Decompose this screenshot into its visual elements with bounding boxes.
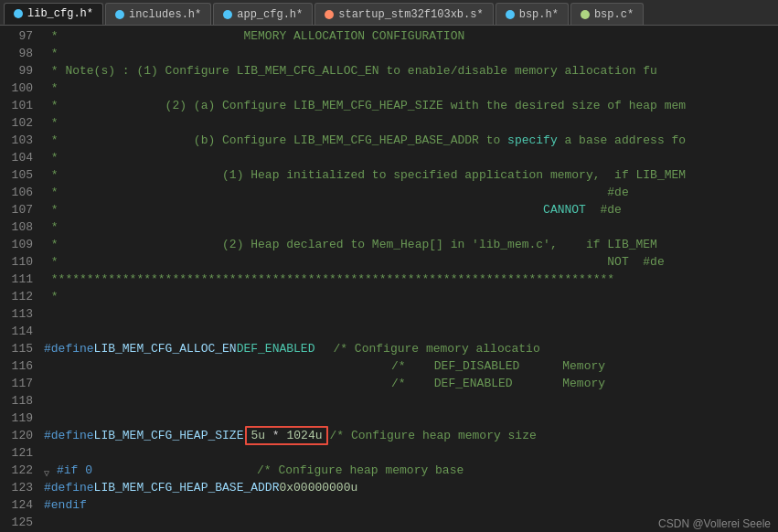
line-number-122: 122: [0, 462, 33, 479]
code-line-110: * NOT #de: [38, 253, 778, 271]
tab-bar: lib_cfg.h* includes.h* app_cfg.h* startu…: [0, 0, 778, 26]
tab-icon-lib-cfg: [14, 9, 23, 18]
line-number-119: 119: [0, 410, 33, 427]
tab-lib-cfg[interactable]: lib_cfg.h*: [4, 3, 103, 25]
code-line-113: [38, 305, 778, 323]
line-number-124: 124: [0, 496, 33, 514]
line-number-125: 125: [0, 514, 33, 531]
tab-icon-bsp-c: [581, 10, 590, 19]
line-number-103: 103: [0, 132, 33, 149]
tab-label-startup: startup_stm32f103xb.s*: [338, 8, 483, 21]
tab-label-app-cfg: app_cfg.h*: [237, 8, 303, 21]
tab-label-bsp-c: bsp.c*: [594, 8, 634, 21]
code-line-108: *: [38, 218, 778, 236]
code-line-115: #define LIB_MEM_CFG_ALLOC_EN DEF_ENABLED…: [38, 340, 778, 357]
line-number-114: 114: [0, 323, 33, 340]
tab-icon-app-cfg: [223, 10, 232, 19]
tab-label-includes: includes.h*: [129, 8, 201, 21]
line-number-109: 109: [0, 236, 33, 253]
line-number-112: 112: [0, 288, 33, 305]
line-number-115: 115: [0, 340, 33, 357]
line-number-98: 98: [0, 45, 33, 62]
code-line-120: #define LIB_MEM_CFG_HEAP_SIZE 5u * 1024u…: [38, 427, 778, 444]
code-line-123: #define LIB_MEM_CFG_HEAP_BASE_ADDR 0x000…: [38, 479, 778, 496]
code-line-109: * (2) Heap declared to Mem_Heap[] in 'li…: [38, 236, 778, 253]
line-number-123: 123: [0, 479, 33, 496]
tab-label-lib-cfg: lib_cfg.h*: [27, 7, 93, 20]
code-area: 9798991001011021031041051061071081091101…: [0, 26, 778, 532]
code-line-104: *: [38, 149, 778, 166]
code-line-119: [38, 410, 778, 427]
code-line-118: [38, 392, 778, 410]
code-line-106: * #de: [38, 184, 778, 201]
code-line-107: * CANNOT #de: [38, 201, 778, 218]
code-line-99: * Note(s) : (1) Configure LIB_MEM_CFG_AL…: [38, 62, 778, 80]
line-number-100: 100: [0, 80, 33, 97]
line-number-97: 97: [0, 27, 33, 45]
code-line-105: * (1) Heap initialized to specified appl…: [38, 166, 778, 184]
line-number-99: 99: [0, 62, 33, 80]
tab-icon-bsp-h: [506, 10, 515, 19]
code-line-124: #endif: [38, 496, 778, 514]
code-line-114: [38, 323, 778, 340]
line-number-113: 113: [0, 305, 33, 323]
code-line-101: * (2) (a) Configure LIB_MEM_CFG_HEAP_SIZ…: [38, 97, 778, 114]
line-number-106: 106: [0, 184, 33, 201]
code-line-100: *: [38, 80, 778, 97]
tab-includes[interactable]: includes.h*: [105, 3, 211, 25]
line-number-118: 118: [0, 392, 33, 410]
line-numbers: 9798991001011021031041051061071081091101…: [0, 26, 38, 532]
line-number-111: 111: [0, 271, 33, 288]
tab-bsp-h[interactable]: bsp.h*: [496, 3, 569, 25]
line-number-110: 110: [0, 253, 33, 271]
line-number-121: 121: [0, 444, 33, 462]
line-number-108: 108: [0, 218, 33, 236]
line-number-102: 102: [0, 114, 33, 132]
line-number-116: 116: [0, 357, 33, 375]
tab-app-cfg[interactable]: app_cfg.h*: [213, 3, 313, 25]
code-line-117: /* DEF_ENABLED Memory: [38, 375, 778, 392]
code-line-122: ▽#if 0/* Configure heap memory base: [38, 462, 778, 479]
code-line-121: [38, 444, 778, 462]
line-number-120: 120: [0, 427, 33, 444]
code-line-111: ****************************************…: [38, 271, 778, 288]
line-number-101: 101: [0, 97, 33, 114]
code-line-98: *: [38, 45, 778, 62]
tab-startup[interactable]: startup_stm32f103xb.s*: [314, 3, 493, 25]
code-content[interactable]: * MEMORY ALLOCATION CONFIGURATION * * No…: [38, 26, 778, 532]
code-line-112: *: [38, 288, 778, 305]
code-line-116: /* DEF_DISABLED Memory: [38, 357, 778, 375]
tab-icon-startup: [325, 10, 334, 19]
status-bar: CSDN @Vollerei Seele: [651, 516, 778, 532]
line-number-104: 104: [0, 149, 33, 166]
code-line-97: * MEMORY ALLOCATION CONFIGURATION: [38, 27, 778, 45]
tab-icon-includes: [115, 10, 124, 19]
code-line-102: *: [38, 114, 778, 132]
line-number-107: 107: [0, 201, 33, 218]
code-line-103: * (b) Configure LIB_MEM_CFG_HEAP_BASE_AD…: [38, 132, 778, 149]
tab-label-bsp-h: bsp.h*: [519, 8, 559, 21]
line-number-117: 117: [0, 375, 33, 392]
tab-bsp-c[interactable]: bsp.c*: [570, 3, 644, 25]
line-number-105: 105: [0, 166, 33, 184]
